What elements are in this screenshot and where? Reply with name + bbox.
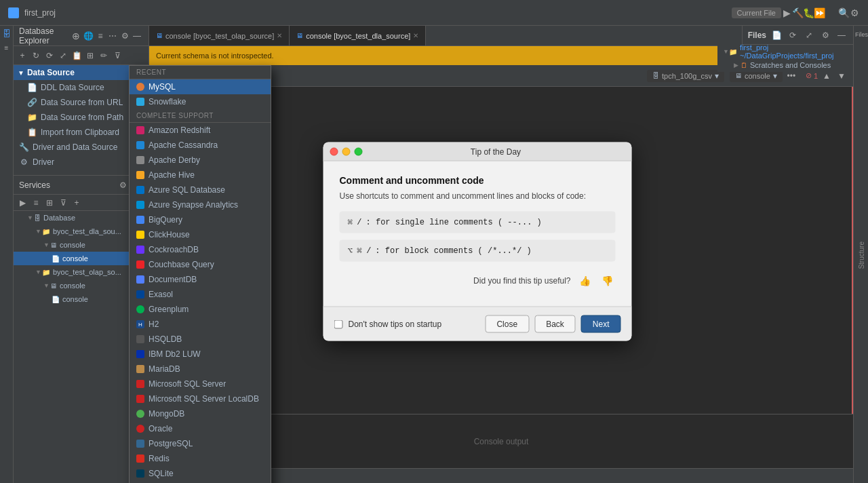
next-button[interactable]: Next	[581, 315, 621, 333]
ibmdb2-item[interactable]: IBM Db2 LUW	[130, 347, 271, 362]
dialog-min-traffic[interactable]	[342, 147, 351, 155]
files-new-icon[interactable]: 📄	[770, 29, 783, 41]
dialog-max-traffic[interactable]	[355, 147, 363, 155]
bigquery-item[interactable]: BigQuery	[130, 212, 271, 227]
back-button[interactable]: Back	[534, 315, 576, 333]
mongo-item[interactable]: MongoDB	[130, 406, 271, 421]
svc-add-icon[interactable]: +	[71, 197, 83, 209]
mysql-item[interactable]: MySQL	[130, 79, 271, 94]
cassandra-icon	[136, 141, 144, 149]
snowflake-item[interactable]: Snowflake	[130, 94, 271, 109]
project-folder-icon: 📁	[729, 48, 737, 56]
svc-grid-icon[interactable]: ⊞	[43, 197, 56, 209]
sync-icon[interactable]: ⟳	[43, 50, 56, 62]
dont-show-checkbox[interactable]	[334, 320, 343, 328]
run-button[interactable]: ▶	[781, 7, 792, 18]
files-minimize-icon[interactable]: —	[835, 29, 848, 41]
files-sync-icon[interactable]: ⟳	[787, 29, 799, 41]
sqlite-item[interactable]: SQLite	[130, 466, 271, 481]
hsqldb-item[interactable]: HSQLDB	[130, 332, 271, 347]
hive-item[interactable]: Apache Hive	[130, 168, 271, 182]
greenplum-item[interactable]: Greenplum	[130, 302, 271, 317]
redis-item[interactable]: Redis	[130, 451, 271, 466]
tab-olap-icon: 🖥	[156, 32, 163, 39]
complete-support-header: Complete Support	[130, 109, 271, 123]
documentdb-item[interactable]: DocumentDB	[130, 272, 271, 287]
new-connection-icon[interactable]: ⊕	[70, 30, 82, 42]
tab-olap-close[interactable]: ✕	[277, 32, 282, 39]
exasol-item[interactable]: Exasol	[130, 287, 271, 302]
h2-item[interactable]: H H2	[130, 317, 271, 332]
svc-list-icon[interactable]: ≡	[30, 197, 42, 209]
azure-sql-item[interactable]: Azure SQL Database	[130, 182, 271, 197]
current-file-button[interactable]: Current File	[732, 7, 781, 18]
add-icon[interactable]: +	[16, 50, 28, 62]
tip-titlebar: Tip of the Day	[323, 142, 632, 161]
search-everywhere-icon[interactable]: 🔍	[838, 7, 849, 18]
amazon-redshift-item[interactable]: Amazon Redshift	[130, 123, 271, 138]
hive-label: Apache Hive	[149, 170, 195, 180]
filter-icon[interactable]: ⊽	[111, 50, 123, 62]
run-debug-icon[interactable]: ⏩	[814, 7, 825, 18]
files-icon[interactable]: Files	[855, 28, 867, 41]
settings-db-icon[interactable]: ⚙	[119, 30, 131, 42]
couchbase-item[interactable]: Couchbase Query	[130, 257, 271, 272]
sqlite-icon	[136, 469, 144, 478]
dialog-close-traffic[interactable]	[330, 147, 338, 155]
mariadb-item[interactable]: MariaDB	[130, 362, 271, 376]
tab-dla[interactable]: 🖥 console [byoc_test_dla_source] ✕	[290, 26, 426, 45]
dont-show-label[interactable]: Don't show tips on startup	[349, 320, 480, 329]
build-icon[interactable]: 🔨	[792, 7, 803, 18]
derby-icon	[136, 156, 144, 164]
files-settings-icon[interactable]: ⚙	[819, 29, 831, 41]
structure-tab[interactable]: Structure	[858, 242, 865, 269]
files-fold-icon[interactable]: ⤢	[803, 29, 815, 41]
more-icon[interactable]: ⋯	[106, 30, 119, 42]
edit-icon[interactable]: ✏	[98, 50, 110, 62]
thumbs-down-button[interactable]: 👎	[599, 274, 616, 288]
derby-item[interactable]: Apache Derby	[130, 153, 271, 168]
database-icon[interactable]: 🗄	[1, 28, 12, 39]
greenplum-icon	[136, 305, 144, 313]
azure-sql-icon	[136, 186, 144, 194]
redis-icon	[136, 455, 144, 463]
exasol-icon	[136, 290, 144, 298]
thumbs-up-button[interactable]: 👍	[576, 274, 593, 288]
mssql-local-item[interactable]: Microsoft SQL Server LocalDB	[130, 391, 271, 406]
documentdb-label: DocumentDB	[149, 275, 197, 284]
debug-icon[interactable]: 🐛	[803, 7, 814, 18]
svc-filter-icon[interactable]: ⊽	[57, 197, 69, 209]
files-project[interactable]: ▼ 📁 first_proj ~/DataGripProjects/first_…	[717, 45, 853, 58]
cockroach-item[interactable]: CockroachDB	[130, 242, 271, 257]
close-button[interactable]: Close	[485, 315, 529, 333]
mongo-icon	[136, 410, 144, 418]
mssql-item[interactable]: Microsoft SQL Server	[130, 376, 271, 391]
db-explorer-header: Database Explorer ⊕ 🌐 ≡ ⋯ ⚙ —	[14, 26, 149, 46]
columns-icon[interactable]: ⊞	[84, 50, 96, 62]
pg-icon	[136, 440, 144, 448]
cassandra-item[interactable]: Apache Cassandra	[130, 138, 271, 153]
list-icon[interactable]: ≡	[94, 30, 106, 42]
pg-item[interactable]: PostgreSQL	[130, 436, 271, 451]
oracle-item[interactable]: Oracle	[130, 421, 271, 436]
minimize-icon[interactable]: —	[131, 30, 143, 42]
svc-run-icon[interactable]: ▶	[16, 197, 28, 209]
properties-icon[interactable]: 📋	[71, 50, 83, 62]
files-scratches[interactable]: ▶ 🗒 Scratches and Consoles	[717, 58, 853, 72]
refresh-icon[interactable]: ↻	[30, 50, 42, 62]
schema-selector[interactable]: 🗄 tpch_100g_csv ▾	[647, 70, 724, 82]
nav-icon[interactable]: ≡	[1, 42, 12, 53]
azure-synapse-item[interactable]: Azure Synapse Analytics	[130, 197, 271, 212]
expand-icon[interactable]: ⤢	[57, 50, 69, 62]
console1-file-icon: 📄	[52, 255, 60, 263]
h2-icon: H	[136, 320, 144, 328]
settings-icon[interactable]: ⚙	[849, 7, 860, 18]
tip-shortcut-2: ⌥ ⌘ / : for block comments ( /*...*/ )	[340, 240, 616, 262]
tab-olap[interactable]: 🖥 console [byoc_test_olap_source] ✕	[149, 26, 290, 45]
globe-icon[interactable]: 🌐	[82, 30, 94, 42]
tab-dla-close[interactable]: ✕	[413, 32, 418, 39]
shortcut2-slash: /	[366, 246, 371, 256]
ibmdb2-label: IBM Db2 LUW	[149, 349, 201, 359]
services-settings-icon[interactable]: ⚙	[117, 179, 129, 191]
clickhouse-item[interactable]: ClickHouse	[130, 227, 271, 242]
